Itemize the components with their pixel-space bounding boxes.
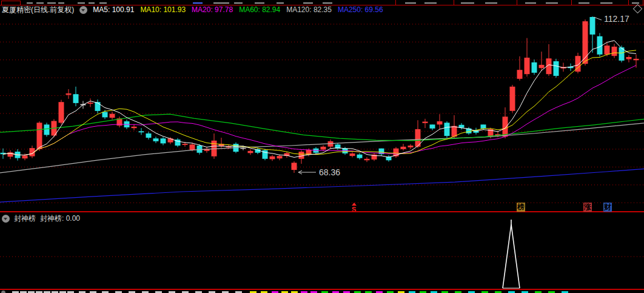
- candle-body: [430, 124, 435, 129]
- candle-body: [554, 61, 559, 76]
- cutoff-chevron-icon: [1, 291, 5, 293]
- candle-body: [73, 94, 79, 103]
- candle-body: [183, 144, 188, 145]
- candle-body: [532, 62, 537, 73]
- symbol-title: 夏厦精密(日线.前复权): [2, 5, 74, 15]
- candle-body: [102, 112, 108, 118]
- candle-body: [452, 126, 457, 137]
- candle-body: [364, 159, 370, 160]
- candle-body: [132, 127, 137, 128]
- candle-body: [423, 122, 428, 123]
- low-price-label: 68.36: [319, 167, 340, 177]
- candle-body: [88, 103, 93, 104]
- candle-body: [270, 157, 275, 160]
- ma-line-ma5: [3, 41, 636, 158]
- candle-body: [481, 124, 486, 129]
- candle-body: [539, 65, 545, 68]
- candle-body: [292, 163, 297, 170]
- candle-body: [59, 102, 64, 123]
- candle-body: [190, 144, 195, 150]
- candle-body: [408, 146, 414, 147]
- candle-body: [168, 138, 173, 143]
- indicator-value: 封神榜: 0.00: [40, 214, 80, 224]
- candle-body: [517, 70, 523, 79]
- candle-body: [444, 123, 450, 136]
- candle-body: [350, 153, 355, 156]
- candle-body: [37, 123, 42, 149]
- candle-body: [299, 152, 304, 159]
- candle-body: [139, 131, 144, 132]
- chevron-down-icon[interactable]: [79, 6, 87, 14]
- stock-app-screen: 112.1768.36S 夏厦精密(日线.前复权) MA5: 100.91MA1…: [0, 0, 644, 293]
- candle-body: [605, 45, 610, 55]
- info-badge-财[interactable]: 财: [603, 203, 612, 212]
- main-price-chart[interactable]: 112.1768.36S: [0, 0, 644, 212]
- indicator-chevron-down-icon[interactable]: [2, 215, 10, 223]
- candle-body: [437, 121, 443, 124]
- ma-line-ma60: [0, 114, 644, 141]
- candle-body: [22, 156, 28, 159]
- candle-body: [161, 138, 166, 143]
- candle-body: [357, 155, 363, 158]
- candle-body: [44, 124, 50, 135]
- candle-body: [146, 133, 152, 138]
- candle-body: [510, 87, 515, 111]
- candle-body: [626, 57, 632, 59]
- candle-body: [95, 102, 101, 111]
- ma-value-0: MA5: 100.91: [93, 5, 134, 14]
- ma-value-4: MA120: 82.35: [286, 5, 332, 14]
- candle-body: [66, 93, 72, 95]
- candle-body: [248, 151, 253, 153]
- chart-header: 夏厦精密(日线.前复权) MA5: 100.91MA10: 101.93MA20…: [2, 5, 383, 14]
- indicator-header: 封神榜 封神榜: 0.00: [2, 214, 80, 223]
- candle-body: [525, 58, 530, 74]
- candle-body: [634, 59, 639, 60]
- ma-value-2: MA20: 97.78: [192, 5, 233, 14]
- ma-values-row: MA5: 100.91MA10: 101.93MA20: 97.78MA60: …: [93, 5, 383, 14]
- candle-body: [401, 147, 406, 149]
- ma-value-3: MA60: 82.94: [239, 5, 280, 14]
- candle-body: [590, 17, 595, 35]
- info-badge-榜[interactable]: 榜: [517, 203, 525, 212]
- indicator-spike: [503, 224, 520, 288]
- candle-body: [321, 147, 326, 150]
- candle-body: [503, 116, 508, 136]
- candle-body: [110, 114, 115, 118]
- candle-body: [241, 148, 246, 149]
- candle-body: [153, 138, 159, 141]
- ma-value-1: MA10: 101.93: [140, 5, 186, 14]
- candle-body: [277, 156, 283, 158]
- indicator-name: 封神榜: [14, 214, 36, 224]
- ma-value-5: MA250: 69.56: [338, 5, 383, 14]
- indicator-chart[interactable]: [0, 212, 644, 289]
- candle-body: [612, 47, 617, 56]
- high-price-label: 112.17: [604, 14, 629, 24]
- next-panel-cutoff: [0, 290, 644, 293]
- info-badge-涨[interactable]: 涨: [583, 203, 592, 212]
